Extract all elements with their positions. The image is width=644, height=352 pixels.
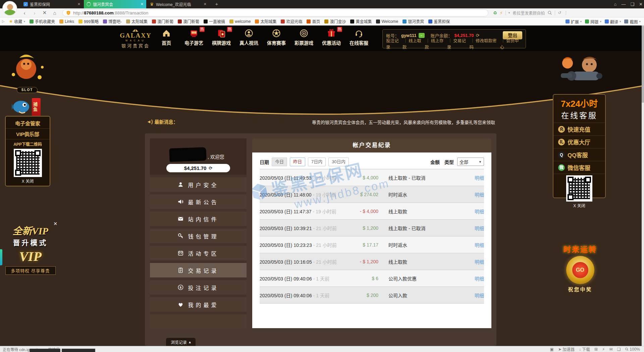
account-link[interactable]: 线上取款: [402, 37, 425, 50]
boost-icon[interactable]: ⚡: [602, 347, 605, 352]
e-wallet-link[interactable]: 电子金管家: [6, 118, 50, 129]
minimize-button[interactable]: —: [621, 2, 626, 7]
tab-close-icon[interactable]: ✕: [204, 2, 207, 6]
detail-link[interactable]: 明细: [464, 225, 484, 231]
balance-pill[interactable]: $4,251.70 ⟳: [166, 164, 230, 172]
search-icon[interactable]: [547, 10, 552, 15]
bookmark-item[interactable]: 太阳城集: [255, 18, 276, 24]
filter-today-button[interactable]: 今日: [272, 158, 287, 166]
sidebar-item-announcements[interactable]: 最新公告: [150, 194, 247, 209]
popup-window-thumbnail[interactable]: [62, 349, 95, 352]
type-select[interactable]: 全部 ▼: [457, 158, 484, 166]
account-link[interactable]: 投注记录: [386, 37, 402, 50]
close-left-panel-button[interactable]: X 关闭: [6, 178, 50, 184]
close-button[interactable]: ✕: [639, 2, 643, 7]
filter-7days-button[interactable]: 7日内: [308, 158, 326, 166]
sidebar-item-user-security[interactable]: 用户安全: [150, 177, 247, 192]
account-link[interactable]: 会员中心: [500, 37, 522, 50]
feedback-icon[interactable]: ✉: [609, 347, 612, 352]
wheel-go-button[interactable]: GO: [572, 262, 588, 278]
bookmark-item[interactable]: 澳门新葡: [178, 18, 199, 24]
favorites-menu[interactable]: ★ 收藏 ▾: [9, 18, 25, 24]
bookmark-item[interactable]: 欢迎光临: [281, 18, 302, 24]
home-button[interactable]: ⌂: [50, 10, 59, 16]
bookmark-item[interactable]: welcome: [229, 19, 251, 24]
bookmark-item[interactable]: 黄金城集: [350, 18, 372, 24]
account-link[interactable]: 交易记录: [447, 37, 470, 50]
wechat-service-link[interactable]: 微微信客服: [553, 161, 605, 174]
bookmark-item[interactable]: Links: [59, 19, 74, 24]
accelerator-button[interactable]: ➤ 加速器: [558, 346, 575, 352]
page-scrollbar[interactable]: [642, 26, 644, 346]
sidebar-item-inbox[interactable]: 站内信件: [150, 212, 247, 226]
fish-game-ribbon[interactable]: 捕鱼: [32, 98, 41, 116]
detail-link[interactable]: 明细: [464, 241, 484, 248]
apps-icon[interactable]: ⊞: [594, 347, 598, 352]
sidebar-item-wallet[interactable]: 钱包管理: [150, 229, 247, 243]
bookmark-item[interactable]: 澳门金沙: [324, 18, 346, 24]
vip-club-link[interactable]: VIP俱乐部: [6, 129, 50, 139]
close-vip-ad-icon[interactable]: ✕: [53, 221, 57, 226]
nav-live-casino[interactable]: 真人视讯: [237, 29, 260, 46]
stop-button[interactable]: ✕: [40, 10, 49, 16]
menu-dots-icon[interactable]: ⋮: [564, 10, 568, 15]
sidebar-toggle-icon[interactable]: ❏: [617, 347, 621, 352]
bookmark-item[interactable]: Welcome: [376, 19, 398, 24]
download-button[interactable]: ↓ 下载: [579, 346, 590, 352]
detail-link[interactable]: 明细: [464, 191, 484, 198]
search-suggestion-text[interactable]: 希拉里发素颜自拍: [513, 10, 545, 16]
filter-30days-button[interactable]: 30日内: [328, 158, 348, 166]
bookmark-item[interactable]: 首页: [307, 18, 320, 24]
nav-promotions[interactable]: 热 优惠活动: [320, 29, 343, 46]
skin-icon[interactable]: ⌂: [614, 2, 617, 7]
ebank-menu[interactable]: 网银▾: [585, 19, 601, 25]
sidebar-item-bets[interactable]: $ 投注记录: [150, 280, 247, 295]
bookmark-item[interactable]: 澳门新葡: [152, 18, 173, 24]
fish-game-icon[interactable]: [12, 97, 32, 116]
zoom-control[interactable]: 100%: [625, 347, 640, 352]
detail-link[interactable]: 明细: [464, 292, 484, 299]
nav-lottery[interactable]: 彩票游戏: [292, 29, 315, 46]
extensions-menu[interactable]: 扩展▾: [566, 19, 582, 25]
refresh-mode-icon[interactable]: ♻: [493, 10, 497, 15]
undo-icon[interactable]: ↺: [558, 10, 561, 15]
detail-link[interactable]: 明细: [464, 275, 484, 282]
nav-board-games[interactable]: 热 棋牌游戏: [210, 29, 233, 46]
bookmark-item[interactable]: 鉴黑担保: [428, 18, 450, 24]
tab-galaxy-active[interactable]: 银河贵宾会 ✕: [84, 0, 146, 8]
chevron-down-icon[interactable]: ▾: [508, 11, 510, 14]
lucky-wheel-ad[interactable]: 时来运转 GO 祝您中奖: [554, 243, 606, 293]
bookmark-item[interactable]: 博壹吧-: [103, 18, 122, 24]
browser-user-avatar[interactable]: [2, 1, 17, 16]
maximize-button[interactable]: ❑: [630, 2, 634, 7]
new-tab-button[interactable]: +: [213, 1, 220, 7]
back-button[interactable]: ‹: [20, 10, 29, 16]
qq-service-link[interactable]: QQQ客服: [553, 148, 605, 161]
account-link[interactable]: 修改取款密码: [469, 37, 500, 50]
detail-link[interactable]: 明细: [464, 174, 484, 181]
nav-customer-service[interactable]: 在线客服: [347, 29, 370, 46]
detail-link[interactable]: 明细: [464, 258, 484, 265]
nav-slots[interactable]: 热 电子游艺: [182, 29, 205, 46]
proxy-icon[interactable]: ▣: [550, 347, 554, 352]
sidebar-item-favorites[interactable]: 我的最爱: [150, 297, 247, 312]
lucky-wheel[interactable]: GO: [566, 256, 594, 284]
refresh-icon[interactable]: ⟳: [209, 166, 212, 171]
tab-close-icon[interactable]: ✕: [141, 2, 144, 6]
address-input[interactable]: ! http://87680188.com:8888/Transaction: [62, 9, 488, 16]
tab-close-icon[interactable]: ✕: [77, 2, 80, 6]
translate-menu[interactable]: 翻译▾: [605, 19, 621, 25]
tab-jianhei[interactable]: ✓ 鉴黑担保网 ✕: [21, 0, 83, 8]
nav-sports[interactable]: 体育赛事: [265, 29, 288, 46]
bookmark-item[interactable]: 一直被搞: [204, 18, 225, 24]
collapse-bookmarks-icon[interactable]: ▷: [2, 19, 5, 23]
promo-hall-link[interactable]: 礼优惠大厅: [553, 136, 605, 148]
nav-home[interactable]: 首页: [155, 29, 178, 46]
screenshot-menu[interactable]: 截图▾: [624, 19, 641, 25]
sidebar-item-activities[interactable]: 活动专区: [150, 246, 247, 260]
bookmark-item[interactable]: 银河贵宾: [402, 18, 424, 24]
popup-window-thumbnail[interactable]: [30, 349, 60, 352]
filter-yesterday-button[interactable]: 昨日: [290, 158, 305, 166]
slot-badge[interactable]: SLOT: [17, 87, 38, 93]
detail-link[interactable]: 明细: [464, 208, 484, 215]
